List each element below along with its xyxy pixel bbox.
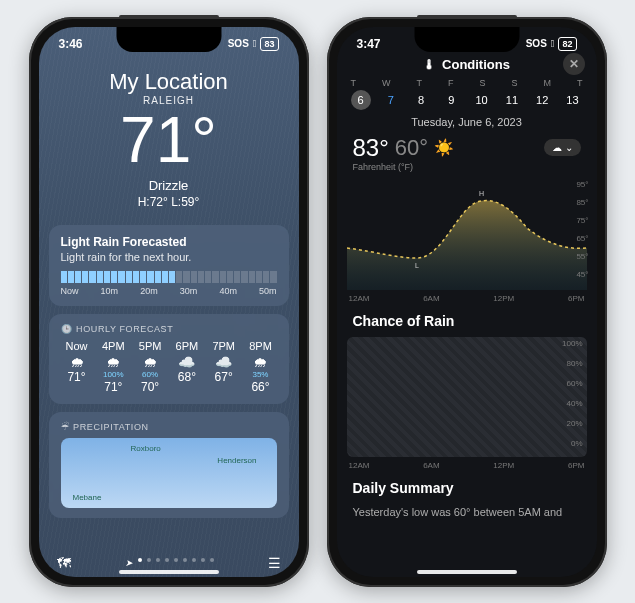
day[interactable]: 8 — [411, 90, 431, 110]
hour-col: 7PM☁️67° — [208, 340, 240, 394]
bottom-bar: 🗺 ➤ ☰ — [39, 555, 299, 571]
svg-text:H: H — [479, 190, 484, 197]
map-city: Henderson — [217, 456, 256, 465]
hourly-row[interactable]: Now🌧71° 4PM🌧100%71° 5PM🌧60%70° 6PM☁️68° … — [61, 340, 277, 394]
map-city: Roxboro — [131, 444, 161, 453]
close-button[interactable]: ✕ — [563, 53, 585, 75]
summary-header: Daily Summary — [337, 470, 597, 500]
day[interactable]: 9 — [441, 90, 461, 110]
hour-col: Now🌧71° — [61, 340, 93, 394]
summary-text: Yesterday's low was 60° between 5AM and — [337, 500, 597, 524]
unit-label: Fahrenheit (°F) — [337, 162, 597, 172]
hour-col: 6PM☁️68° — [171, 340, 203, 394]
temp-row: 83° 60° ☀️ ☁︎⌄ — [337, 134, 597, 162]
hour-col: 5PM🌧60%70° — [134, 340, 166, 394]
temp-chart[interactable]: H L 95° 85° 75° 65° 55° 45° — [347, 180, 587, 290]
hour-col: 4PM🌧100%71° — [97, 340, 129, 394]
day[interactable]: 10 — [472, 90, 492, 110]
day[interactable]: 12 — [532, 90, 552, 110]
hourly-card[interactable]: 🕒HOURLY FORECAST Now🌧71° 4PM🌧100%71° 5PM… — [49, 314, 289, 404]
precip-card[interactable]: ☔︎PRECIPITATION Roxboro Henderson Mebane — [49, 412, 289, 518]
rain-x-labels: 12AM6AM12PM6PM — [337, 461, 597, 470]
thermometer-icon: 🌡 — [423, 57, 436, 72]
chance-header: Chance of Rain — [337, 303, 597, 333]
cloud-icon: ☁︎ — [552, 142, 562, 153]
map-icon[interactable]: 🗺 — [57, 555, 71, 571]
home-indicator[interactable] — [417, 570, 517, 574]
low-temp: 60° — [395, 135, 428, 161]
cloud-rain-icon: 🌧 — [97, 355, 129, 369]
precip-map[interactable]: Roxboro Henderson Mebane — [61, 438, 277, 508]
umbrella-icon: ☔︎ — [61, 422, 70, 432]
rain-forecast-card[interactable]: Light Rain Forecasted Light rain for the… — [49, 225, 289, 306]
rain-title: Light Rain Forecasted — [61, 235, 277, 249]
hourly-header: HOURLY FORECAST — [76, 324, 173, 334]
notch — [414, 27, 519, 52]
chevron-down-icon: ⌄ — [565, 142, 573, 153]
day-today[interactable]: 7 — [381, 90, 401, 110]
precip-header: PRECIPITATION — [73, 422, 148, 432]
day[interactable]: 13 — [562, 90, 582, 110]
map-city: Mebane — [73, 493, 102, 502]
location-arrow-icon: ➤ — [125, 558, 133, 568]
notch — [116, 27, 221, 52]
weekday-row: TWTFSSMT — [337, 72, 597, 90]
high-temp: 83° — [353, 134, 389, 162]
cloud-icon: ☁️ — [171, 355, 203, 369]
day-number-row[interactable]: 6 7 8 9 10 11 12 13 — [337, 90, 597, 110]
page-dots[interactable]: ➤ — [125, 558, 214, 568]
wifi-icon: 􀙇 — [551, 38, 555, 49]
list-icon[interactable]: ☰ — [268, 555, 281, 571]
clock-icon: 🕒 — [61, 324, 73, 334]
chart-x-labels: 12AM6AM12PM6PM — [337, 294, 597, 303]
rain-sub: Light rain for the next hour. — [61, 251, 277, 263]
sheet-header: 🌡 Conditions ✕ — [337, 57, 597, 72]
day[interactable]: 11 — [502, 90, 522, 110]
sun-icon: ☀️ — [434, 138, 454, 157]
status-time: 3:47 — [357, 37, 381, 51]
minute-bars — [61, 271, 277, 283]
day-selected[interactable]: 6 — [351, 90, 371, 110]
phone-weather-home: 3:46 SOS 􀙇 83 My Location RALEIGH 71° Dr… — [29, 17, 309, 587]
home-indicator[interactable] — [119, 570, 219, 574]
minute-labels: Now 10m 20m 30m 40m 50m — [61, 286, 277, 296]
city-label: RALEIGH — [39, 95, 299, 106]
cloud-icon: ☁️ — [208, 355, 240, 369]
sos-label: SOS — [526, 38, 547, 49]
rain-chart[interactable]: 100% 80% 60% 40% 20% 0% — [347, 337, 587, 457]
phone-conditions-detail: 3:47 SOS 􀙇 82 🌡 Conditions ✕ TWTFSSMT 6 … — [327, 17, 607, 587]
cloud-rain-icon: 🌧 — [61, 355, 93, 369]
date-label: Tuesday, June 6, 2023 — [337, 116, 597, 128]
cloud-rain-icon: 🌧 — [244, 355, 276, 369]
sheet-title: Conditions — [442, 57, 510, 72]
cloud-rain-icon: 🌧 — [134, 355, 166, 369]
hour-col: 8PM🌧35%66° — [244, 340, 276, 394]
unit-picker[interactable]: ☁︎⌄ — [544, 139, 581, 156]
battery-icon: 82 — [558, 37, 576, 51]
svg-text:L: L — [415, 262, 419, 269]
